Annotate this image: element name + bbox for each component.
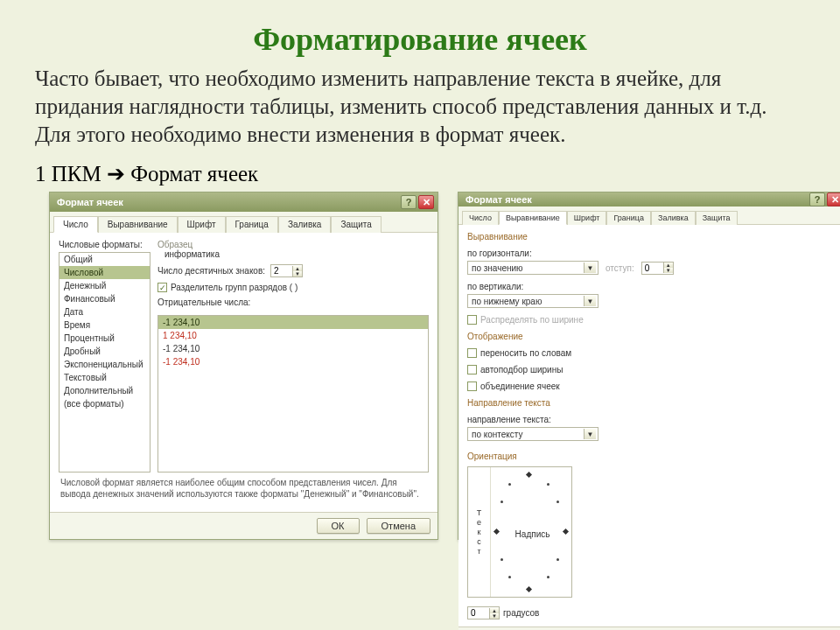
indent-label: отступ: [606, 263, 634, 273]
tab-strip: Число Выравнивание Шрифт Граница Заливка… [50, 212, 438, 233]
close-button[interactable]: ✕ [827, 192, 840, 206]
number-formats-list[interactable]: Общий Числовой Денежный Финансовый Дата … [59, 252, 150, 472]
tab-alignment[interactable]: Выравнивание [499, 211, 567, 225]
checkbox-icon [467, 365, 477, 374]
list-item[interactable]: -1 234,10 [158, 355, 428, 368]
tab-number[interactable]: Число [462, 211, 499, 225]
tab-number[interactable]: Число [53, 216, 98, 233]
list-item[interactable]: Время [60, 318, 150, 332]
formats-label: Числовые форматы: [59, 240, 150, 249]
list-item[interactable]: Процентный [60, 332, 150, 345]
slide-instruction: 1 ПКМ ➔ Формат ячеек [35, 161, 805, 186]
spin-down-icon[interactable]: ▼ [293, 271, 302, 276]
decimals-spinner[interactable]: ▲▼ [270, 264, 303, 277]
indent-input[interactable] [642, 262, 663, 274]
orientation-canvas[interactable]: Надпись [491, 467, 571, 597]
list-item[interactable]: -1 234,10 [158, 316, 428, 329]
spin-down-icon[interactable]: ▼ [490, 613, 499, 619]
list-item[interactable]: Дробный [60, 345, 150, 358]
dialog-title: Формат ячеек [466, 194, 532, 205]
checkbox-icon [467, 382, 477, 391]
orientation-control[interactable]: Текст Надпись [467, 466, 572, 598]
text-direction-heading: Направление текста [467, 398, 837, 408]
ok-button[interactable]: ОК [317, 518, 360, 534]
vertical-dropdown[interactable]: по нижнему краю ▼ [467, 294, 598, 308]
text-direction-value: по контексту [472, 430, 523, 439]
slide-body: Часто бывает, что необходимо изменить на… [35, 65, 805, 149]
titlebar[interactable]: Формат ячеек ? ✕ [458, 192, 840, 206]
list-item[interactable]: Денежный [60, 279, 150, 292]
indent-spinner[interactable]: ▲▼ [641, 262, 674, 275]
titlebar[interactable]: Формат ячеек ? ✕ [50, 192, 438, 212]
text-direction-label: направление текста: [467, 415, 837, 424]
tab-fill[interactable]: Заливка [651, 211, 696, 225]
tab-strip: Число Выравнивание Шрифт Граница Заливка… [458, 206, 840, 225]
text-direction-dropdown[interactable]: по контексту ▼ [467, 427, 598, 441]
list-item[interactable]: Дата [60, 305, 150, 318]
chevron-down-icon[interactable]: ▼ [584, 296, 596, 306]
help-button[interactable]: ? [809, 192, 825, 206]
list-item[interactable]: Текстовый [60, 371, 150, 384]
distribute-label: Распределять по ширине [480, 315, 584, 325]
thousands-label: Разделитель групп разрядов ( ) [171, 283, 298, 292]
slide-title: Форматирование ячеек [35, 21, 805, 58]
list-item[interactable]: Числовой [60, 266, 150, 279]
sample-value: информатика [158, 249, 429, 259]
sample-heading: Образец [158, 240, 429, 249]
list-item[interactable]: -1 234,10 [158, 342, 428, 355]
merge-checkbox[interactable]: объединение ячеек [467, 382, 837, 391]
tab-protection[interactable]: Защита [696, 211, 738, 225]
merge-label: объединение ячеек [480, 382, 560, 391]
wrap-checkbox[interactable]: переносить по словам [467, 348, 837, 358]
horizontal-label: по горизонтали: [467, 248, 837, 258]
format-description: Числовой формат является наиболее общим … [59, 472, 429, 505]
chevron-down-icon[interactable]: ▼ [584, 262, 596, 273]
list-item[interactable]: Финансовый [60, 292, 150, 305]
tab-font[interactable]: Шрифт [567, 211, 607, 225]
orientation-nadpis: Надпись [515, 529, 550, 539]
degrees-spinner[interactable]: ▲▼ [467, 606, 500, 620]
tab-fill[interactable]: Заливка [278, 216, 332, 233]
vertical-value: по нижнему краю [472, 297, 542, 306]
chevron-down-icon[interactable]: ▼ [584, 429, 596, 439]
negative-numbers-list[interactable]: -1 234,10 1 234,10 -1 234,10 -1 234,10 [158, 315, 429, 472]
horizontal-dropdown[interactable]: по значению ▼ [467, 261, 598, 275]
degrees-input[interactable] [468, 607, 489, 619]
spin-down-icon[interactable]: ▼ [664, 268, 673, 273]
cancel-button[interactable]: Отмена [367, 518, 430, 534]
tab-alignment[interactable]: Выравнивание [98, 216, 178, 233]
dialog-title: Формат ячеек [57, 197, 123, 207]
decimals-input[interactable] [271, 265, 292, 276]
format-cells-dialog-number: Формат ячеек ? ✕ Число Выравнивание Шриф… [49, 192, 438, 540]
tab-protection[interactable]: Защита [331, 216, 381, 233]
format-cells-dialog-alignment: Формат ячеек ? ✕ Число Выравнивание Шриф… [458, 192, 840, 540]
orientation-vertical-label[interactable]: Текст [468, 467, 491, 597]
thousands-checkbox[interactable]: ✓ Разделитель групп разрядов ( ) [158, 283, 429, 292]
negative-label: Отрицательные числа: [158, 298, 429, 307]
checkbox-icon [467, 348, 477, 358]
tab-border[interactable]: Граница [606, 211, 651, 225]
close-button[interactable]: ✕ [418, 195, 434, 209]
list-item[interactable]: 1 234,10 [158, 329, 428, 342]
distribute-checkbox: Распределять по ширине [467, 315, 837, 325]
vertical-label: по вертикали: [467, 282, 837, 291]
list-item[interactable]: (все форматы) [60, 397, 150, 410]
display-heading: Отображение [467, 332, 837, 341]
help-button[interactable]: ? [401, 195, 416, 209]
checkbox-icon: ✓ [158, 283, 167, 292]
wrap-label: переносить по словам [480, 348, 571, 358]
tab-border[interactable]: Граница [226, 216, 278, 233]
tab-font[interactable]: Шрифт [178, 216, 226, 233]
list-item[interactable]: Общий [60, 253, 150, 266]
decimals-label: Число десятичных знаков: [158, 266, 265, 276]
horizontal-value: по значению [472, 263, 523, 273]
degrees-label: градусов [503, 608, 539, 618]
autofit-label: автоподбор ширины [480, 365, 563, 374]
list-item[interactable]: Экспоненциальный [60, 358, 150, 371]
checkbox-icon [467, 315, 477, 325]
list-item[interactable]: Дополнительный [60, 384, 150, 397]
autofit-checkbox[interactable]: автоподбор ширины [467, 365, 837, 374]
orientation-heading: Ориентация [467, 452, 572, 461]
alignment-heading: Выравнивание [467, 232, 837, 242]
